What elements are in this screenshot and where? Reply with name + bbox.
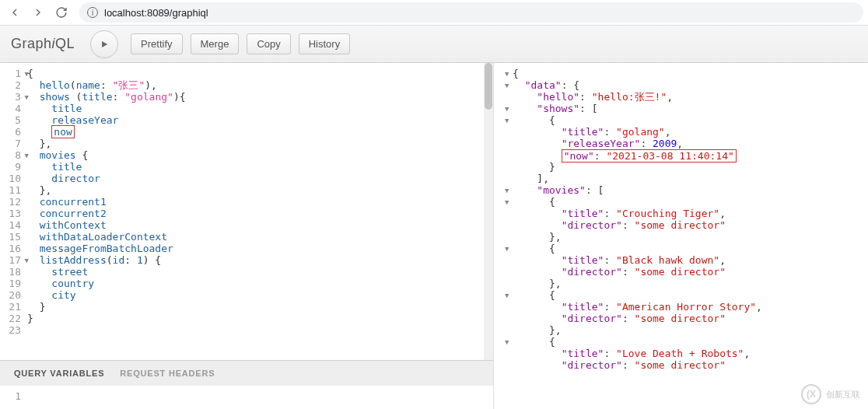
variables-tabs: Query Variables Request Headers (0, 360, 493, 386)
query-editor[interactable]: 1▼23▼45678▼91011121314151617▼18192021222… (0, 63, 493, 360)
tab-request-headers[interactable]: Request Headers (120, 369, 215, 378)
graphiql-logo: GraphiQL (11, 36, 75, 52)
tab-query-variables[interactable]: Query Variables (14, 369, 104, 378)
back-button[interactable] (5, 2, 25, 23)
graphiql-toolbar: GraphiQL Prettify Merge Copy History (0, 26, 868, 63)
execute-button[interactable] (90, 30, 118, 58)
prettify-button[interactable]: Prettify (131, 33, 182, 54)
url-text: localhost:8089/graphiql (104, 7, 208, 19)
workspace: 1▼23▼45678▼91011121314151617▼18192021222… (0, 63, 868, 409)
scrollbar[interactable] (484, 63, 493, 360)
watermark: (X 创新互联 (801, 384, 860, 404)
watermark-logo-icon: (X (801, 384, 821, 404)
line-numbers: 1▼23▼45678▼91011121314151617▼18192021222… (0, 68, 27, 360)
copy-button[interactable]: Copy (247, 33, 290, 54)
line-number: 1 (0, 390, 21, 402)
history-button[interactable]: History (299, 33, 350, 54)
variables-editor[interactable]: 1 (0, 386, 493, 409)
url-bar[interactable]: i localhost:8089/graphiql (79, 2, 863, 23)
scroll-thumb[interactable] (485, 63, 492, 110)
result-pane[interactable]: ▼{▼ "data": { "hello": "hello:张三!",▼ "sh… (494, 63, 868, 409)
info-icon: i (87, 7, 98, 18)
forward-button[interactable] (28, 2, 48, 23)
query-code[interactable]: { hello(name: "张三"), shows (title: "gola… (27, 68, 493, 360)
reload-button[interactable] (51, 2, 72, 23)
watermark-text: 创新互联 (826, 389, 860, 400)
browser-bar: i localhost:8089/graphiql (0, 0, 868, 26)
merge-button[interactable]: Merge (191, 33, 240, 54)
left-pane: 1▼23▼45678▼91011121314151617▼18192021222… (0, 63, 494, 409)
